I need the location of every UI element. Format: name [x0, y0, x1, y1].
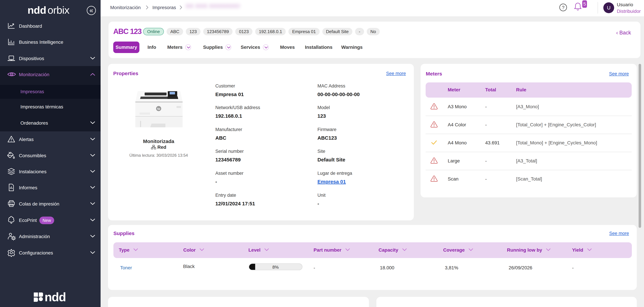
svg-text:hp: hp [157, 107, 160, 110]
svg-text:ndd: ndd [44, 290, 66, 302]
svg-text:?: ? [562, 5, 564, 10]
